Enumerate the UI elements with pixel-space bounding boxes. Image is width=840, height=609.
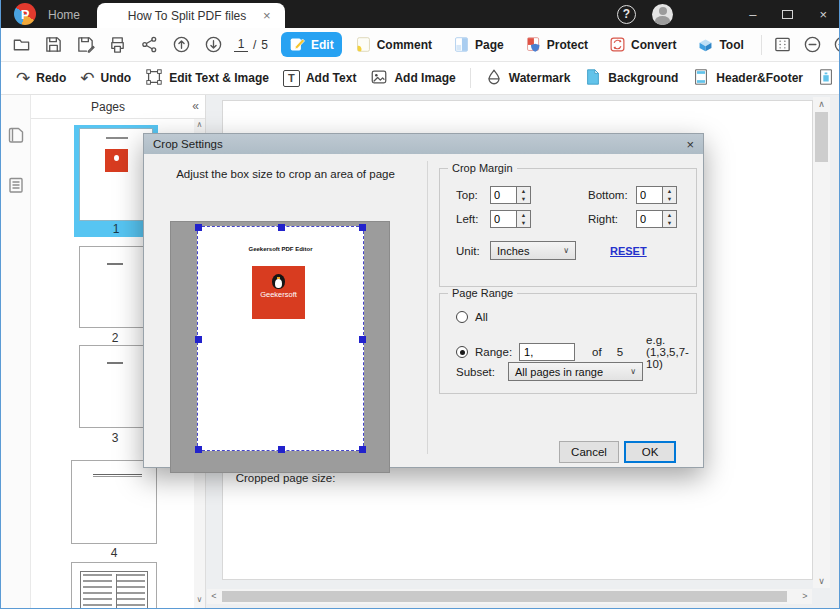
next-page-button[interactable] bbox=[202, 33, 225, 57]
open-file-button[interactable] bbox=[10, 33, 33, 57]
account-avatar[interactable] bbox=[652, 4, 673, 25]
add-text-icon: T bbox=[283, 70, 300, 87]
cropped-page-size-label: Cropped page size: bbox=[144, 472, 427, 484]
range-radio[interactable] bbox=[456, 346, 468, 358]
header-footer-button[interactable]: Header&Footer bbox=[692, 68, 803, 89]
scrollbar-thumb[interactable] bbox=[815, 112, 828, 162]
thumbnail-logo-square bbox=[105, 149, 128, 172]
tab-comment[interactable]: Comment bbox=[347, 32, 440, 57]
zoom-in-button[interactable] bbox=[831, 33, 840, 57]
horizontal-scrollbar[interactable]: < > bbox=[207, 589, 812, 604]
range-label: Range: bbox=[475, 346, 512, 358]
left-margin-spinner[interactable]: ▲▼ bbox=[517, 210, 531, 228]
crop-handle-n[interactable] bbox=[278, 224, 285, 231]
page-thumbnail-3[interactable] bbox=[79, 345, 151, 428]
window-close-button[interactable]: × bbox=[819, 7, 827, 22]
tab-page[interactable]: Page bbox=[445, 32, 512, 57]
crop-handle-se[interactable] bbox=[359, 446, 366, 453]
crop-handle-e[interactable] bbox=[359, 336, 366, 343]
range-input[interactable] bbox=[519, 343, 575, 361]
all-radio[interactable] bbox=[456, 311, 468, 323]
page-thumbnail-5[interactable] bbox=[71, 562, 157, 609]
convert-icon bbox=[609, 36, 626, 53]
spin-up-icon[interactable]: ▲ bbox=[663, 211, 676, 219]
thumbnails-panel-icon[interactable] bbox=[6, 125, 26, 145]
titlebar-right-group: ? bbox=[617, 0, 673, 28]
main-toolbar: 1 / 5 Edit Comment Page bbox=[1, 28, 839, 62]
print-button[interactable] bbox=[106, 33, 129, 57]
undo-icon: ↶ bbox=[80, 70, 94, 87]
fit-width-button[interactable] bbox=[771, 33, 794, 57]
previous-page-button[interactable] bbox=[170, 33, 193, 57]
save-as-button[interactable] bbox=[74, 33, 97, 57]
scroll-up-icon[interactable]: ∧ bbox=[813, 97, 830, 111]
undo-button[interactable]: ↶ Undo bbox=[80, 70, 131, 87]
scrollbar-thumb[interactable] bbox=[222, 591, 787, 602]
spin-up-icon[interactable]: ▲ bbox=[517, 187, 530, 195]
tab-protect[interactable]: Protect bbox=[517, 32, 596, 57]
subset-dropdown[interactable]: All pages in range ∨ bbox=[508, 362, 643, 381]
page-thumbnail-2[interactable] bbox=[79, 246, 151, 328]
page-range-group: Page Range All Range: of 5 e.g.(1,3,5,7-… bbox=[439, 293, 697, 394]
minimize-button[interactable]: – bbox=[749, 7, 756, 22]
bates-numbering-button[interactable]: Bates Numbering bbox=[817, 68, 840, 89]
tab-convert[interactable]: Convert bbox=[601, 32, 684, 57]
spin-down-icon[interactable]: ▼ bbox=[517, 219, 530, 227]
chevron-down-icon: ∨ bbox=[557, 246, 569, 255]
bates-page-icon bbox=[817, 68, 835, 89]
unit-dropdown[interactable]: Inches ∨ bbox=[490, 241, 576, 260]
scroll-right-icon[interactable]: > bbox=[798, 589, 812, 604]
collapse-panel-icon[interactable]: « bbox=[192, 99, 199, 113]
crop-handle-sw[interactable] bbox=[195, 446, 202, 453]
spin-up-icon[interactable]: ▲ bbox=[663, 187, 676, 195]
vertical-scrollbar[interactable]: ∧ ∨ bbox=[813, 97, 830, 588]
bookmarks-panel-icon[interactable] bbox=[6, 175, 26, 195]
reset-link[interactable]: RESET bbox=[610, 245, 647, 257]
left-margin-input[interactable] bbox=[490, 210, 517, 228]
save-button[interactable] bbox=[42, 33, 65, 57]
left-label: Left: bbox=[456, 213, 482, 225]
right-margin-input[interactable] bbox=[636, 210, 663, 228]
share-button[interactable] bbox=[138, 33, 161, 57]
crop-handle-s[interactable] bbox=[278, 446, 285, 453]
bottom-margin-input[interactable] bbox=[636, 186, 663, 204]
add-image-button[interactable]: Add Image bbox=[370, 68, 455, 89]
spin-down-icon[interactable]: ▼ bbox=[663, 219, 676, 227]
redo-button[interactable]: ↷ Redo bbox=[16, 70, 66, 87]
tab-tool[interactable]: Tool bbox=[689, 32, 751, 57]
tab-home[interactable]: Home bbox=[48, 8, 80, 22]
crop-handle-nw[interactable] bbox=[195, 224, 202, 231]
page-number-input[interactable]: 1 bbox=[234, 37, 248, 52]
help-icon[interactable]: ? bbox=[617, 5, 636, 24]
scroll-up-icon[interactable]: ∧ bbox=[194, 119, 205, 131]
ok-button[interactable]: OK bbox=[624, 441, 676, 463]
background-page-icon bbox=[584, 68, 602, 89]
tab-document[interactable]: How To Split PDF files × bbox=[97, 3, 285, 28]
zoom-out-button[interactable] bbox=[801, 33, 824, 57]
add-text-button[interactable]: T Add Text bbox=[283, 70, 356, 87]
dialog-title: Crop Settings bbox=[153, 138, 223, 150]
dialog-close-icon[interactable]: × bbox=[686, 137, 694, 152]
spin-down-icon[interactable]: ▼ bbox=[517, 195, 530, 203]
cancel-button[interactable]: Cancel bbox=[559, 441, 619, 463]
tab-close-icon[interactable]: × bbox=[263, 8, 285, 23]
spin-up-icon[interactable]: ▲ bbox=[517, 211, 530, 219]
tab-edit[interactable]: Edit bbox=[281, 32, 342, 57]
top-margin-spinner[interactable]: ▲▼ bbox=[517, 186, 531, 204]
top-margin-input[interactable] bbox=[490, 186, 517, 204]
dialog-titlebar[interactable]: Crop Settings × bbox=[144, 134, 703, 154]
toolbar-separator bbox=[761, 35, 762, 55]
background-button[interactable]: Background bbox=[584, 68, 678, 89]
watermark-button[interactable]: Watermark bbox=[485, 68, 571, 89]
crop-selection-rect[interactable] bbox=[197, 226, 364, 451]
edit-text-image-button[interactable]: Edit Text & Image bbox=[145, 68, 269, 89]
scroll-down-icon[interactable]: ∨ bbox=[194, 594, 205, 606]
right-margin-spinner[interactable]: ▲▼ bbox=[663, 210, 677, 228]
spin-down-icon[interactable]: ▼ bbox=[663, 195, 676, 203]
maximize-button[interactable] bbox=[782, 10, 793, 19]
crop-handle-ne[interactable] bbox=[359, 224, 366, 231]
bottom-margin-spinner[interactable]: ▲▼ bbox=[663, 186, 677, 204]
crop-handle-w[interactable] bbox=[195, 336, 202, 343]
scroll-left-icon[interactable]: < bbox=[207, 589, 221, 604]
scroll-down-icon[interactable]: ∨ bbox=[813, 574, 830, 588]
